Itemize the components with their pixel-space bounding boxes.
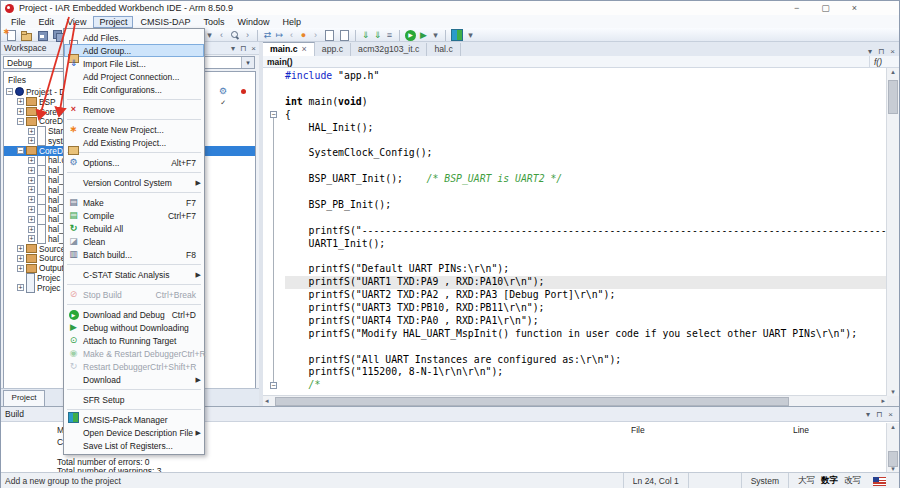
code-area[interactable]: −− #include "app.h" int main(void){ HAL_… [263, 68, 887, 396]
search-prev-icon[interactable]: ‹ [217, 29, 226, 41]
menu-item-clean[interactable]: ◪Clean [64, 235, 204, 248]
code-line[interactable]: BSP_UART_Init(); /* BSP_UART is UART2 */ [285, 173, 887, 186]
menu-item-open-device-description-file[interactable]: Open Device Description File▶ [64, 426, 204, 439]
code-line[interactable]: /* [285, 379, 887, 392]
download-and-debug-button[interactable]: ▶ [405, 30, 416, 41]
code-line[interactable] [285, 250, 887, 263]
code-line[interactable] [285, 134, 887, 147]
code-line[interactable]: printfS("All UART Instances are configur… [285, 354, 887, 367]
ime-number[interactable]: 数字 [821, 475, 838, 487]
tree-expander-icon[interactable]: + [28, 137, 35, 144]
new-document-button[interactable] [4, 29, 16, 41]
debug-without-downloading-button[interactable]: ▶ [419, 29, 428, 41]
function-list-button[interactable]: f() [869, 56, 886, 68]
find-combo-arrow[interactable]: ▾ [205, 29, 214, 41]
maximize-icon[interactable]: ▢ [821, 3, 830, 13]
tree-expander-icon[interactable]: + [28, 206, 35, 213]
header-doc-icon[interactable] [323, 29, 335, 41]
code-line[interactable] [285, 186, 887, 199]
ime-caps[interactable]: 大写 [798, 475, 815, 487]
menu-item-cmsis-pack-manager[interactable]: CMSIS-Pack Manager [64, 413, 204, 426]
editor-close-icon[interactable]: × [890, 47, 895, 56]
download-list-icon[interactable]: ≡ [385, 29, 394, 41]
code-line[interactable]: int main(void) [285, 96, 887, 109]
build-vertical-scrollbar[interactable]: ▴ ▾ [886, 423, 899, 473]
code-line[interactable]: printfS("UART4 TXD:PA0 , RXD:PA1\r\n"); [285, 315, 887, 328]
scroll-left-icon[interactable]: ◂ [265, 396, 269, 406]
menubar-item-cmsis-dap[interactable]: CMSIS-DAP [134, 16, 196, 28]
tab-close-icon[interactable]: × [302, 43, 307, 56]
workspace-close-icon[interactable]: × [251, 44, 256, 53]
cmsis-manager-icon[interactable] [451, 29, 463, 41]
code-line[interactable]: printfS("UART1 TXD:PA9 , RXD:PA10\r\n"); [285, 276, 887, 289]
toggle-bookmark-icon[interactable]: ● [299, 29, 308, 41]
menubar-item-tools[interactable]: Tools [197, 16, 230, 28]
code-line[interactable]: HAL_Init(); [285, 122, 887, 135]
workspace-pin-icon[interactable]: ⊓ [240, 44, 246, 53]
editor-menu-arrow-icon[interactable]: ▾ [868, 47, 872, 56]
tree-expander-icon[interactable]: + [28, 167, 35, 174]
menu-item-add-files[interactable]: Add Files... [64, 31, 204, 44]
menubar-item-file[interactable]: File [5, 16, 32, 28]
fold-marker-icon[interactable]: − [270, 111, 277, 118]
tab-hal-c[interactable]: hal.c [427, 43, 460, 56]
code-line[interactable]: printfS("Default UART PINs:\r\n"); [285, 263, 887, 276]
menu-item-download[interactable]: Download▶ [64, 373, 204, 386]
menubar-item-view[interactable]: View [61, 16, 92, 28]
tree-expander-icon[interactable]: + [28, 235, 35, 242]
tree-expander-icon[interactable]: + [28, 128, 35, 135]
build-menu-arrow-icon[interactable]: ▾ [866, 407, 870, 422]
tree-expander-icon[interactable]: + [28, 226, 35, 233]
code-line[interactable]: printfS("UART2 TXD:PA2 , RXD:PA3 [Debug … [285, 289, 887, 302]
menu-item-attach-to-running-target[interactable]: ⊙Attach to Running Target [64, 334, 204, 347]
code-line[interactable] [285, 83, 887, 96]
close-icon[interactable]: × [852, 3, 857, 13]
tree-expander-icon[interactable]: + [28, 216, 35, 223]
code-line[interactable]: printfS("Modify HAL_UART_MspInit() funct… [285, 328, 887, 341]
tree-expander-icon[interactable]: + [17, 265, 24, 272]
menu-item-rebuild-all[interactable]: ↻Rebuild All [64, 222, 204, 235]
cmsis-dropdown-arrow[interactable]: ▾ [466, 29, 475, 41]
build-pin-icon[interactable]: ⊓ [876, 407, 882, 422]
menu-item-version-control-system[interactable]: Version Control System▶ [64, 176, 204, 189]
menu-item-debug-without-downloading[interactable]: ▶Debug without Downloading [64, 321, 204, 334]
tree-expander-icon[interactable]: − [17, 118, 24, 125]
tree-expander-icon[interactable]: + [17, 245, 24, 252]
tree-expander-icon[interactable]: − [6, 88, 13, 95]
tab-acm32g103-it-c[interactable]: acm32g103_it.c [351, 43, 427, 56]
download-active-icon[interactable]: ⇓ [361, 29, 370, 41]
menu-item-add-existing-project[interactable]: Add Existing Project... [64, 136, 204, 149]
scroll-up-icon[interactable]: ▴ [887, 423, 899, 431]
code-line[interactable]: BSP_PB_Init(); [285, 199, 887, 212]
editor-pin-icon[interactable]: ⊓ [878, 47, 884, 56]
vscroll-thumb[interactable] [888, 80, 898, 114]
menu-item-c-stat-static-analysis[interactable]: C-STAT Static Analysis▶ [64, 268, 204, 281]
scroll-up-icon[interactable]: ▴ [887, 68, 899, 76]
save-button[interactable] [36, 29, 48, 41]
source-doc-icon[interactable] [338, 29, 350, 41]
download-icon[interactable]: ⇓ [373, 29, 382, 41]
us-flag-icon[interactable] [873, 477, 886, 486]
tree-expander-icon[interactable]: + [28, 157, 35, 164]
scroll-right-icon[interactable]: ▸ [881, 396, 885, 406]
tree-expander-icon[interactable]: + [17, 284, 24, 291]
run-to-cursor-icon[interactable]: ↦ [275, 29, 284, 41]
prev-bookmark-icon[interactable]: ‹ [287, 29, 296, 41]
code-line[interactable] [285, 212, 887, 225]
open-file-button[interactable] [20, 29, 32, 41]
tab-main-c[interactable]: main.c× [263, 42, 315, 56]
menu-item-edit-configurations[interactable]: Edit Configurations... [64, 83, 204, 96]
menu-item-remove[interactable]: ×Remove [64, 103, 204, 116]
search-next-icon[interactable]: › [243, 29, 252, 41]
code-line[interactable] [285, 160, 887, 173]
code-line[interactable]: #include "app.h" [285, 70, 887, 83]
fold-marker-icon[interactable]: − [270, 382, 277, 389]
workspace-bottom-tab-project[interactable]: Project [3, 390, 45, 406]
search-icon[interactable] [229, 30, 240, 41]
debug-dropdown-arrow[interactable]: ▾ [431, 29, 440, 41]
menu-item-options[interactable]: ⚙Options...Alt+F7 [64, 156, 204, 169]
menubar-item-help[interactable]: Help [276, 16, 307, 28]
tree-expander-icon[interactable]: + [17, 108, 24, 115]
code-line[interactable]: printfS("115200, 8-N-1\r\n\r\n"); [285, 366, 887, 379]
menu-item-add-project-connection[interactable]: Add Project Connection... [64, 70, 204, 83]
